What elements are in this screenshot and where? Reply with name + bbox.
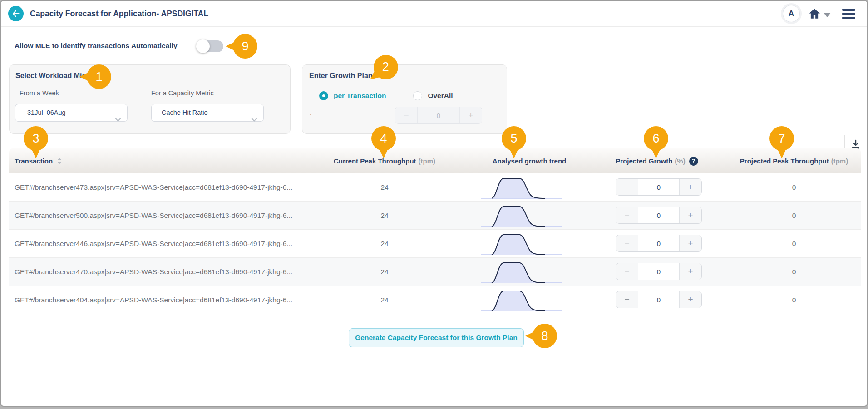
current-peak-value: 24 — [316, 230, 453, 257]
workload-panel-title: Select Workload Mix — [15, 72, 86, 80]
stepper-minus-button[interactable]: − — [616, 263, 638, 280]
column-header-trend: Analysed growth trend — [461, 148, 597, 173]
table-row: GET#/branchserver500.aspx|srv=APSD-WAS-S… — [9, 202, 861, 230]
current-peak-value: 24 — [316, 202, 453, 229]
radio-overall-label[interactable]: OverAll — [428, 92, 453, 100]
radio-per-transaction[interactable] — [319, 91, 328, 100]
growth-trend-chart — [478, 204, 564, 230]
app-window: Capacity Forecast for Application- APSDI… — [0, 0, 868, 407]
projected-peak-value: 0 — [719, 286, 868, 314]
annotation-marker-6: 6 — [644, 126, 668, 158]
hamburger-menu-icon[interactable] — [842, 9, 855, 19]
stepper-plus-button[interactable]: + — [679, 179, 701, 195]
stepper-minus-button[interactable]: − — [616, 291, 638, 308]
stepper-value[interactable]: 0 — [638, 235, 679, 251]
annotation-marker-9: 9 — [226, 34, 257, 59]
chevron-down-icon — [251, 111, 257, 128]
stepper-plus-button[interactable]: + — [679, 207, 701, 223]
table-row: GET#/branchserver470.aspx|srv=APSD-WAS-S… — [9, 258, 861, 286]
projected-growth-stepper: − 0 + — [616, 235, 702, 252]
generate-forecast-button[interactable]: Generate Capacity Forecast for this Grow… — [349, 328, 524, 347]
stepper-plus-button[interactable]: + — [679, 263, 701, 280]
metric-select-value: Cache Hit Ratio — [152, 104, 263, 121]
projected-growth-stepper: − 0 + — [616, 178, 702, 196]
stepper-plus-button[interactable]: + — [459, 107, 482, 123]
table-row: GET#/branchserver446.aspx|srv=APSD-WAS-S… — [9, 230, 861, 258]
transaction-name: GET#/branchserver446.aspx|srv=APSD-WAS-S… — [15, 230, 292, 257]
stepper-minus-button[interactable]: − — [395, 107, 418, 123]
page-title: Capacity Forecast for Application- APSDI… — [30, 1, 208, 26]
stepper-minus-button[interactable]: − — [616, 179, 638, 195]
transaction-name: GET#/branchserver473.aspx|srv=APSD-WAS-S… — [15, 173, 292, 201]
avatar[interactable]: A — [783, 5, 800, 22]
radio-per-transaction-label[interactable]: per Transaction — [334, 92, 386, 100]
week-select[interactable]: 31Jul_06Aug — [15, 104, 128, 122]
mle-toggle-switch[interactable] — [197, 40, 223, 52]
stepper-minus-button[interactable]: − — [616, 207, 638, 223]
help-icon[interactable]: ? — [689, 157, 698, 166]
back-arrow-icon — [12, 10, 20, 17]
growth-trend-chart — [478, 288, 564, 315]
projected-peak-value: 0 — [719, 202, 868, 229]
chevron-down-icon[interactable] — [824, 13, 831, 17]
stepper-plus-button[interactable]: + — [679, 235, 701, 251]
stepper-plus-button[interactable]: + — [679, 291, 701, 308]
annotation-marker-4: 4 — [371, 126, 396, 158]
stepper-value[interactable]: 0 — [418, 107, 459, 123]
projected-growth-stepper: − 0 + — [616, 263, 702, 280]
projected-growth-stepper: − 0 + — [616, 291, 702, 308]
growth-trend-chart — [478, 232, 564, 258]
chevron-down-icon — [115, 111, 121, 128]
current-peak-value: 24 — [316, 173, 453, 201]
annotation-marker-5: 5 — [502, 126, 526, 158]
transaction-name: GET#/branchserver470.aspx|srv=APSD-WAS-S… — [15, 258, 292, 286]
annotation-marker-8: 8 — [525, 324, 557, 348]
select-workload-mix-panel: Select Workload Mix From a Week 31Jul_06… — [9, 64, 291, 134]
current-peak-value: 24 — [316, 258, 453, 286]
growth-trend-chart — [478, 260, 564, 286]
toggle-knob — [196, 39, 210, 53]
metric-select[interactable]: Cache Hit Ratio — [151, 104, 264, 122]
back-button[interactable] — [8, 6, 24, 21]
table-row: GET#/branchserver473.aspx|srv=APSD-WAS-S… — [9, 173, 861, 202]
stepper-value[interactable]: 0 — [638, 263, 679, 280]
stepper-value[interactable]: 0 — [638, 291, 679, 308]
mle-toggle-label: Allow MLE to identify transactions Autom… — [15, 42, 178, 50]
growth-plan-radio-group: per Transaction OverAll — [319, 91, 453, 100]
annotation-marker-7: 7 — [769, 126, 794, 158]
top-bar: Capacity Forecast for Application- APSDI… — [1, 1, 867, 27]
projected-peak-value: 0 — [719, 258, 868, 286]
week-select-value: 31Jul_06Aug — [15, 104, 127, 121]
projected-peak-value: 0 — [719, 173, 868, 201]
transaction-name: GET#/branchserver500.aspx|srv=APSD-WAS-S… — [15, 202, 292, 229]
overall-growth-stepper: − 0 + — [395, 107, 482, 124]
sort-icon[interactable] — [57, 157, 62, 165]
enter-growth-plan-panel: Enter Growth Plan per Transaction OverAl… — [302, 64, 507, 134]
transaction-name: GET#/branchserver404.aspx|srv=APSD-WAS-S… — [15, 286, 292, 314]
dot-text: . — [310, 108, 311, 117]
stepper-minus-button[interactable]: − — [616, 235, 638, 251]
avatar-initial: A — [789, 9, 794, 18]
annotation-marker-1: 1 — [79, 64, 111, 89]
table-body: GET#/branchserver473.aspx|srv=APSD-WAS-S… — [9, 173, 861, 314]
metric-label: For a Capacity Metric — [151, 89, 214, 97]
table-header: Transaction Current Peak Throughput (tpm… — [9, 148, 861, 173]
stepper-value[interactable]: 0 — [638, 179, 679, 195]
home-icon[interactable] — [809, 8, 820, 21]
table-row: GET#/branchserver404.aspx|srv=APSD-WAS-S… — [9, 286, 861, 314]
projected-peak-value: 0 — [719, 230, 868, 257]
week-label: From a Week — [20, 89, 59, 97]
projected-growth-stepper: − 0 + — [616, 207, 702, 224]
annotation-marker-3: 3 — [24, 126, 48, 158]
radio-overall[interactable] — [413, 91, 422, 100]
growth-panel-title: Enter Growth Plan — [309, 72, 373, 80]
growth-trend-chart — [478, 176, 564, 202]
stepper-value[interactable]: 0 — [638, 207, 679, 223]
current-peak-value: 24 — [316, 286, 453, 314]
